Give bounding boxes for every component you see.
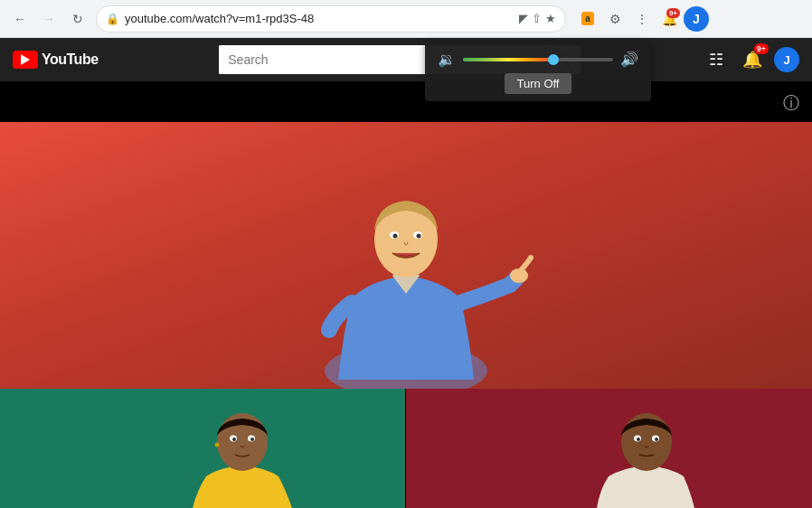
yt-avatar[interactable]: J — [774, 47, 799, 72]
svg-point-5 — [393, 234, 398, 239]
svg-point-6 — [417, 234, 421, 239]
cast-icon[interactable]: ◤ — [519, 12, 528, 25]
volume-thumb[interactable] — [548, 54, 559, 65]
menu-button[interactable]: ⋮ — [629, 6, 655, 32]
notifications-icon[interactable]: 🔔 9+ — [738, 45, 767, 74]
volume-high-icon[interactable]: 🔊 — [620, 51, 638, 68]
nav-buttons: ← → ↻ — [7, 6, 90, 32]
youtube-header: YouTube 🔍 ☷ 🔔 9+ J 🔉 🔊 Turn — [0, 38, 812, 81]
lock-icon: 🔒 — [106, 13, 119, 25]
forward-button[interactable]: → — [36, 6, 61, 32]
split-right-frame — [406, 389, 812, 508]
address-bar[interactable]: 🔒 youtube.com/watch?v=m1-rpd3S-48 ◤ ⇧ ★ — [96, 5, 566, 33]
svg-point-13 — [250, 437, 254, 441]
extensions-button[interactable]: ⚙ — [602, 6, 628, 32]
svg-point-7 — [510, 268, 528, 283]
volume-popup: 🔉 🔊 Turn Off — [425, 42, 651, 101]
person-right-svg — [550, 389, 749, 508]
header-right: ☷ 🔔 9+ J — [702, 45, 799, 74]
back-button[interactable]: ← — [7, 6, 33, 32]
profile-button[interactable]: J — [684, 6, 709, 32]
svg-point-20 — [655, 437, 658, 441]
share-icon[interactable]: ⇧ — [532, 12, 542, 25]
notification-count: 9+ — [666, 8, 680, 18]
info-icon[interactable]: ⓘ — [783, 92, 799, 114]
bookmark-icon[interactable]: ★ — [545, 12, 556, 25]
address-bar-icons: ◤ ⇧ ★ — [519, 12, 556, 25]
amazon-badge: a — [581, 12, 594, 25]
youtube-logo-icon — [13, 51, 38, 69]
reload-button[interactable]: ↻ — [65, 6, 90, 32]
split-left-frame — [0, 389, 406, 508]
svg-point-14 — [215, 443, 220, 447]
youtube-logo-text: YouTube — [42, 52, 99, 68]
svg-point-12 — [232, 437, 236, 441]
person-left-svg — [143, 389, 342, 508]
volume-row: 🔉 🔊 — [438, 51, 638, 68]
main-person-svg — [234, 136, 578, 389]
video-area[interactable]: ⓘ — [0, 81, 812, 508]
svg-point-19 — [637, 437, 640, 441]
notification-button[interactable]: 🔔 9+ — [656, 6, 682, 32]
black-bar-top — [0, 81, 812, 122]
bottom-split — [0, 389, 812, 508]
amazon-extension-button[interactable]: a — [575, 6, 600, 32]
volume-fill — [463, 58, 553, 61]
apps-grid-icon[interactable]: ☷ — [702, 45, 731, 74]
yt-notification-count: 9+ — [754, 43, 769, 54]
browser-chrome: ← → ↻ 🔒 youtube.com/watch?v=m1-rpd3S-48 … — [0, 0, 812, 38]
volume-slider[interactable] — [463, 58, 613, 61]
volume-low-icon[interactable]: 🔉 — [438, 51, 456, 68]
youtube-logo[interactable]: YouTube — [13, 51, 99, 69]
main-video-frame — [0, 122, 812, 389]
url-text: youtube.com/watch?v=m1-rpd3S-48 — [125, 12, 514, 25]
main-scene — [0, 122, 812, 389]
toolbar-icons: a ⚙ ⋮ 🔔 9+ J — [575, 6, 709, 32]
turn-off-button[interactable]: Turn Off — [505, 73, 572, 94]
